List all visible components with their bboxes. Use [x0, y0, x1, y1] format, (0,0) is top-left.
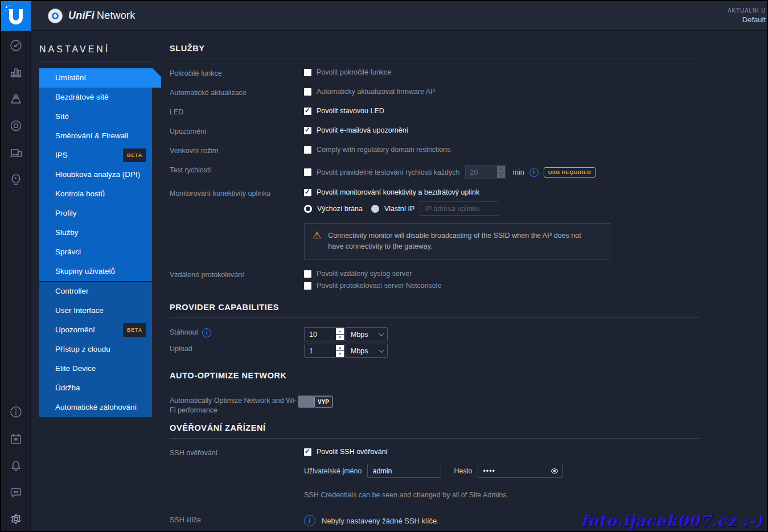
current-site-label: AKTUÁLNÍ U — [728, 6, 766, 15]
netconsole-checkbox[interactable] — [304, 282, 311, 290]
syslog-checkbox[interactable] — [304, 270, 311, 278]
row-remote-logging: Vzdálené protokolování Povolit vzdálený … — [170, 270, 700, 290]
settings-gear-icon[interactable] — [9, 512, 23, 526]
checkbox-label[interactable]: Povolit SSH ověřování — [317, 448, 388, 456]
ubiquiti-logo[interactable] — [1, 1, 31, 31]
stepper-arrows[interactable]: ▲▼ — [336, 328, 344, 341]
checkbox-label[interactable]: Automaticky aktualizovat firmware AP — [317, 88, 435, 96]
nav-item-umisteni[interactable]: Umístění — [39, 68, 161, 88]
nav-item-user-interface[interactable]: User Interface — [39, 301, 152, 320]
dashboard-icon[interactable] — [9, 38, 23, 53]
nav-item-dpi[interactable]: Hloubková analýza (DPI) — [39, 165, 152, 184]
default-gateway-radio[interactable] — [304, 205, 312, 213]
devices-icon[interactable] — [9, 118, 23, 133]
email-alerts-checkbox[interactable] — [304, 127, 311, 134]
nav-item-udrzba[interactable]: Údržba — [39, 378, 152, 398]
main-content: SLUŽBY Pokročilé funkce Povolit pokročil… — [170, 31, 700, 531]
row-led: LED Povolit stavovou LED — [170, 107, 700, 117]
speed-test-interval-input[interactable]: 20 ▲▼ — [465, 165, 506, 179]
download-unit-select[interactable]: Mbps — [346, 327, 388, 341]
checkbox-label[interactable]: Comply with regulatory domain restrictio… — [317, 146, 451, 154]
nav-group-site: Umístění Bezdrátové sítě Sítě Směrování … — [39, 68, 152, 281]
ssh-username-input[interactable] — [367, 464, 441, 478]
speed-test-info-icon[interactable]: i — [529, 168, 539, 177]
statistics-icon[interactable] — [9, 65, 23, 80]
beta-badge: BETA — [123, 149, 146, 162]
alerts-icon[interactable] — [9, 458, 23, 473]
checkbox-label[interactable]: Povolit protokolovací server Netconsole — [317, 282, 442, 290]
custom-ip-radio[interactable] — [371, 205, 379, 213]
clients-icon[interactable] — [9, 145, 23, 160]
row-upload: Upload 1 ▲▼ Mbps — [170, 344, 700, 358]
nav-item-site[interactable]: Sítě — [39, 107, 152, 126]
chat-icon[interactable] — [9, 485, 23, 500]
radio-label[interactable]: Výchozí brána — [317, 205, 363, 213]
ssh-credentials-note: SSH Credentials can be seen and changed … — [304, 491, 563, 499]
checkbox-label[interactable]: Povolit e-mailová upozornění — [317, 126, 408, 134]
show-password-eye-icon[interactable] — [551, 467, 558, 475]
stepper-arrows[interactable]: ▲▼ — [497, 166, 506, 179]
interval-unit-label: min — [513, 168, 524, 176]
info-rail-icon[interactable] — [9, 405, 23, 419]
nav-item-profily[interactable]: Profily — [39, 204, 152, 223]
checkbox-label[interactable]: Povolit pravidelné testování rychlosti k… — [317, 168, 460, 176]
nav-item-bezdratove-site[interactable]: Bezdrátové sítě — [39, 88, 152, 107]
current-site[interactable]: AKTUÁLNÍ U Default — [728, 6, 766, 24]
nav-item-sluzby[interactable]: Služby — [39, 223, 152, 242]
toggle-knob — [298, 396, 314, 407]
checkbox-label[interactable]: Povolit vzdálený syslog server — [317, 270, 412, 278]
download-speed-input[interactable]: 10 ▲▼ — [304, 327, 345, 341]
uplink-ip-input[interactable] — [420, 201, 499, 216]
username-label: Uživatelské jméno — [304, 467, 362, 475]
checkbox-label[interactable]: Povolit monitorování konektivity a bezdr… — [317, 188, 479, 196]
upload-unit-select[interactable]: Mbps — [346, 344, 388, 358]
checkbox-label[interactable]: Povolit pokročilé funkce — [317, 68, 391, 76]
connectivity-warning: ⚠ Connectivity monitor will disable broa… — [304, 223, 610, 259]
nav-item-ips[interactable]: IPSBETA — [39, 146, 152, 165]
row-uplink-monitor: Monitorování konektivity uplinku Povolit… — [170, 188, 700, 259]
settings-nav: NASTAVENÍ Umístění Bezdrátové sítě Sítě … — [31, 31, 163, 531]
nav-item-smerovani-firewall[interactable]: Směrování & Firewall — [39, 126, 152, 146]
logo-sparkles-icon — [6, 6, 7, 8]
brand-network: Network — [97, 10, 135, 21]
nav-item-elite-device[interactable]: Elite Device — [39, 359, 152, 378]
stepper-arrows[interactable]: ▲▼ — [336, 344, 344, 357]
auto-optimize-toggle[interactable]: VYP — [298, 395, 333, 408]
toggle-state-label: VYP — [314, 396, 332, 407]
ssh-auth-checkbox[interactable] — [304, 448, 311, 456]
row-alerts: Upozornění Povolit e-mailová upozornění — [170, 126, 700, 137]
outdoor-mode-checkbox[interactable] — [304, 146, 311, 154]
ssh-keys-info-icon: i — [304, 515, 315, 526]
nav-item-spravci[interactable]: Správci — [39, 242, 152, 262]
nav-item-upozorneni[interactable]: UpozorněníBETA — [39, 320, 152, 340]
speed-test-checkbox[interactable] — [304, 168, 311, 176]
nav-item-automaticke-zalohovani[interactable]: Automatické zálohování — [39, 398, 152, 417]
row-speed-test: Test rychlosti Povolit pravidelné testov… — [170, 165, 700, 179]
led-checkbox[interactable] — [304, 108, 311, 115]
row-download: Stáhnout i 10 ▲▼ Mbps — [170, 327, 700, 341]
ssh-keys-empty-text: Nebyly nastaveny žádné SSH klíče. — [322, 517, 439, 525]
map-icon[interactable] — [9, 92, 23, 106]
photographer-watermark: foto.ijacek007.cz :-) — [581, 512, 763, 530]
row-advanced-features: Pokročilé funkce Povolit pokročilé funkc… — [170, 68, 700, 79]
radio-label[interactable]: Vlastní IP — [384, 205, 415, 213]
section-divider — [170, 386, 700, 386]
usg-required-badge: USG REQUIRED — [544, 167, 596, 178]
icon-rail — [1, 31, 31, 531]
auto-update-checkbox[interactable] — [304, 88, 311, 96]
nav-item-skupiny-uzivatelu[interactable]: Skupiny uživatelů — [39, 262, 152, 281]
row-outdoor-mode: Venkovní režim Comply with regulatory do… — [170, 146, 700, 156]
insights-icon[interactable] — [9, 172, 23, 187]
download-info-icon[interactable]: i — [202, 328, 211, 337]
upload-speed-input[interactable]: 1 ▲▼ — [304, 344, 345, 358]
nav-item-kontrola-hostu[interactable]: Kontrola hostů — [39, 184, 152, 204]
checkbox-label[interactable]: Povolit stavovou LED — [317, 107, 384, 115]
app-window: UniFiNetwork AKTUÁLNÍ U Default — [0, 0, 768, 532]
section-divider — [170, 59, 700, 59]
nav-item-controller[interactable]: Controller — [39, 282, 152, 301]
uplink-monitor-checkbox[interactable] — [304, 189, 311, 196]
events-icon[interactable] — [9, 431, 23, 446]
advanced-features-checkbox[interactable] — [304, 69, 311, 76]
nav-item-pristup-z-cloudu[interactable]: Přístup z cloudu — [39, 340, 152, 359]
brand-unifi: UniFi — [68, 10, 95, 21]
